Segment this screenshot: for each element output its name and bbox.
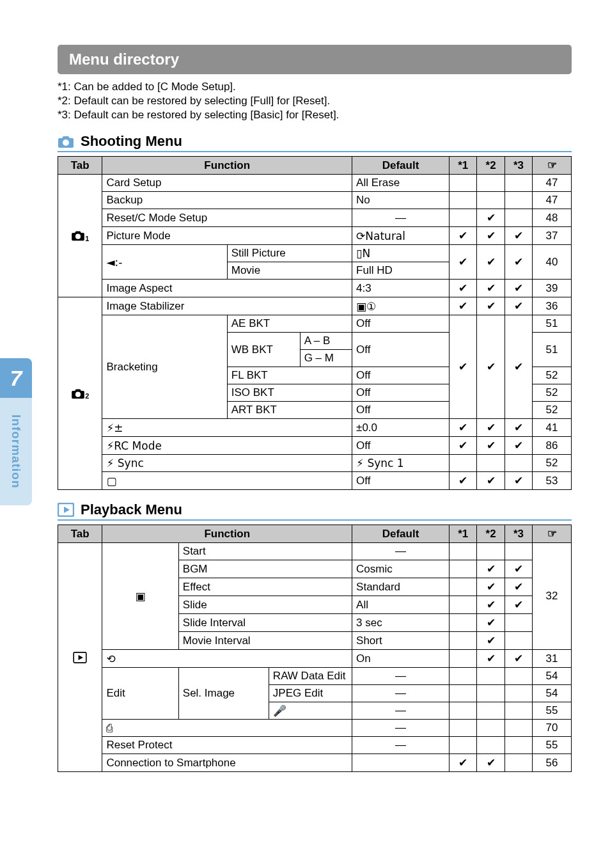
- fn-jpeg: JPEG Edit: [269, 685, 352, 702]
- chk: ✔: [504, 280, 532, 297]
- pg-fl: 52: [533, 367, 572, 384]
- fn-reset-protect: Reset Protect: [102, 737, 352, 754]
- fn-wb-gm: G – M: [300, 350, 352, 367]
- chk: ✔: [504, 472, 532, 490]
- th-s1: *1: [449, 525, 476, 543]
- chk: ✔: [477, 209, 504, 227]
- chk: ✔: [449, 245, 476, 280]
- chk: ✔: [449, 280, 476, 297]
- fn-still: Still Picture: [227, 245, 352, 262]
- chk: ✔: [477, 227, 504, 245]
- shooting-table: Tab Function Default *1 *2 *3 ☞ 1 Card S…: [58, 156, 572, 490]
- chk: ✔: [449, 227, 476, 245]
- def-reset-c: —: [352, 209, 450, 227]
- th-tab: Tab: [58, 157, 102, 175]
- fn-sync: ⚡ Sync: [102, 455, 352, 472]
- th-default: Default: [352, 525, 450, 543]
- fn-smartphone: Connection to Smartphone: [102, 754, 352, 772]
- pg-print: 70: [533, 720, 572, 737]
- chk: ✔: [477, 280, 504, 297]
- table-header-row: Tab Function Default *1 *2 *3 ☞: [58, 157, 572, 175]
- th-pg: ☞: [533, 157, 572, 175]
- note-3: *3: Default can be restored by selecting…: [58, 109, 572, 122]
- th-s2: *2: [477, 525, 504, 543]
- pg-reset-protect: 55: [533, 737, 572, 754]
- row-stabilizer: 2 Image Stabilizer ▣① ✔ ✔ ✔ 36: [58, 297, 572, 315]
- row-ss-start: ▣ Start — 32: [58, 543, 572, 560]
- th-s3: *3: [504, 525, 532, 543]
- chk: ✔: [449, 315, 476, 419]
- fn-print: ⎙: [102, 720, 352, 737]
- fn-movie: Movie: [227, 262, 352, 280]
- def-picture-mode: ⟳Natural: [352, 227, 450, 245]
- row-flash-sync: ⚡ Sync ⚡ Sync 1 52: [58, 455, 572, 472]
- def-still: ▯N: [352, 245, 450, 262]
- chk: ✔: [504, 596, 532, 614]
- row-backup: Backup No 47: [58, 192, 572, 209]
- row-rotate: ⟲ On ✔ ✔ 31: [58, 650, 572, 668]
- chk: ✔: [477, 596, 504, 614]
- th-s2: *2: [477, 157, 504, 175]
- def-aspect: 4:3: [352, 280, 450, 297]
- chk: ✔: [504, 297, 532, 315]
- tab2-icon: 2: [58, 297, 102, 490]
- shooting-section-header: Shooting Menu: [58, 133, 572, 152]
- fn-card-setup: Card Setup: [102, 175, 352, 192]
- fn-edit: Edit: [102, 668, 178, 720]
- fn-wb: WB BKT: [227, 333, 300, 367]
- playback-section-header: Playback Menu: [58, 501, 572, 521]
- fn-bracketing: Bracketing: [102, 315, 227, 419]
- chk: ✔: [449, 297, 476, 315]
- pg-art: 52: [533, 402, 572, 419]
- fn-rotate: ⟲: [102, 650, 352, 668]
- chk: ✔: [449, 419, 476, 437]
- def-interval: Off: [352, 472, 450, 490]
- pg-slideshow: 32: [533, 543, 572, 650]
- pg-smartphone: 56: [533, 754, 572, 772]
- th-pg: ☞: [533, 525, 572, 543]
- def-slide: All: [352, 596, 450, 614]
- chk: ✔: [477, 632, 504, 650]
- chk: ✔: [477, 297, 504, 315]
- chk: ✔: [504, 245, 532, 280]
- pg-raw: 54: [533, 668, 572, 685]
- pg-flash-comp: 41: [533, 419, 572, 437]
- tab1-icon: 1: [58, 175, 102, 297]
- def-iso: Off: [352, 384, 450, 402]
- fn-wb-ab: A – B: [300, 333, 352, 350]
- playback-title: Playback Menu: [81, 501, 182, 518]
- table-header-row: Tab Function Default *1 *2 *3 ☞: [58, 525, 572, 543]
- fn-backup: Backup: [102, 192, 352, 209]
- def-wb: Off: [352, 333, 450, 367]
- note-1: *1: Can be added to [C Mode Setup].: [58, 81, 572, 93]
- chk: ✔: [477, 754, 504, 772]
- pg-aspect: 39: [533, 280, 572, 297]
- pg-reset-c: 48: [533, 209, 572, 227]
- fn-sel-image: Sel. Image: [178, 668, 269, 720]
- pg-ae: 51: [533, 315, 572, 333]
- fn-bgm: BGM: [178, 560, 352, 578]
- play-tab-icon: [58, 543, 102, 772]
- pg-rotate: 31: [533, 650, 572, 668]
- page-title: Menu directory: [58, 45, 572, 74]
- chk: ✔: [449, 472, 476, 490]
- camera-icon: [58, 134, 74, 148]
- def-reset-protect: —: [352, 737, 450, 754]
- def-art: Off: [352, 402, 450, 419]
- mic-icon: 🎤: [269, 702, 352, 720]
- pg-iso: 52: [533, 384, 572, 402]
- row-aspect: Image Aspect 4:3 ✔ ✔ ✔ 39: [58, 280, 572, 297]
- def-jpeg: —: [352, 685, 450, 702]
- th-tab: Tab: [58, 525, 102, 543]
- pg-quality: 40: [533, 245, 572, 280]
- fn-slide-int: Slide Interval: [178, 614, 352, 632]
- quality-icon: ◄:-: [102, 245, 227, 280]
- chk: ✔: [477, 578, 504, 596]
- def-backup: No: [352, 192, 450, 209]
- row-rc-mode: ⚡RC Mode Off ✔ ✔ ✔ 86: [58, 437, 572, 455]
- def-effect: Standard: [352, 578, 450, 596]
- th-function: Function: [102, 525, 352, 543]
- chk: ✔: [504, 560, 532, 578]
- shooting-title: Shooting Menu: [81, 133, 182, 150]
- fn-picture-mode: Picture Mode: [102, 227, 352, 245]
